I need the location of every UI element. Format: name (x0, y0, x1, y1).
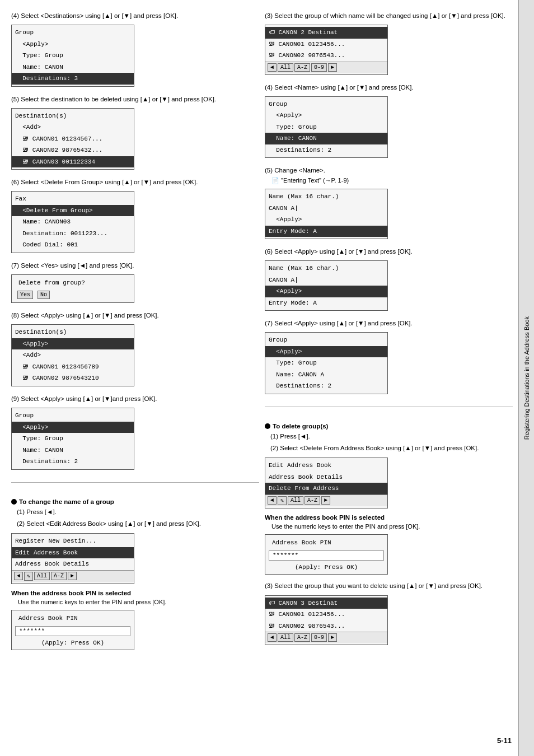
change-name-step1: (1) Press [◄]. (11, 507, 259, 517)
right-step-6: (6) Select <Apply> using [▲] or [▼] and … (265, 247, 513, 311)
right-step-5-note: 📄 "Entering Text" (→P. 1-9) (265, 177, 513, 184)
nav-az-btn[interactable]: A-Z (305, 496, 320, 505)
bullet-icon (265, 423, 270, 429)
lcd-row: CANON A| (265, 274, 387, 286)
lcd-nav: ◄ ✎ All A-Z ► (265, 494, 387, 506)
sidebar-label: Registering Destinations in the Address … (523, 316, 530, 440)
lcd-row: Group (265, 334, 387, 346)
lcd-row: Name (Max 16 char.) (265, 263, 387, 274)
lcd-row-highlighted: 🖳 CANON03 001122334 (12, 156, 134, 168)
nav-az-btn[interactable]: A-Z (294, 63, 310, 72)
lcd-row: Name (Max 16 char.) (265, 191, 387, 203)
pin-header-left: When the address book PIN is selected (11, 590, 259, 596)
nav-az-btn[interactable]: A-Z (51, 572, 67, 580)
lcd-row-highlighted: <Apply> (265, 286, 387, 297)
lcd-row: 🖳 CANON02 9876543... (265, 50, 387, 62)
right-step-6-label: (6) Select <Apply> using [▲] or [▼] and … (265, 247, 513, 256)
pin-footer-left: (Apply: Press OK) (15, 638, 130, 647)
left-column: (4) Select <Destinations> using [▲] or [… (11, 11, 259, 745)
right-step-5-lcd: Name (Max 16 char.) CANON A| <Apply> Ent… (265, 189, 388, 239)
right-step-4-lcd: Group <Apply> Type: Group Name: CANON De… (265, 96, 388, 158)
nav-all-btn[interactable]: All (278, 63, 293, 72)
bullet-icon (11, 499, 17, 505)
lcd-row: 🖳 CANON02 9876543210 (12, 372, 134, 384)
delete-group-lcd1: Edit Address Book Address Book Details D… (265, 458, 388, 508)
pin-password-right: ******* (269, 550, 384, 561)
lcd-row: Group (265, 99, 387, 110)
no-button[interactable]: No (38, 291, 50, 299)
lcd-row: Address Book Details (265, 472, 387, 483)
pin-note-right: Use the numeric keys to enter the PIN an… (265, 523, 513, 530)
lcd-row: <Add> (12, 122, 134, 133)
change-name-header: To change the name of a group (11, 498, 259, 505)
lcd-row: <Add> (12, 349, 134, 361)
lcd-row: Entry Mode: A (265, 297, 387, 309)
lcd-row-highlighted: 🏷︎ CANON 2 Destinat (265, 27, 387, 39)
right-step-3-label: (3) Select the group of which name will … (265, 11, 513, 20)
lcd-row-highlighted: Name: CANON (265, 133, 387, 144)
nav-right-btn[interactable]: ► (321, 496, 330, 505)
nav-edit-btn[interactable]: ✎ (24, 572, 33, 581)
left-step-6: (6) Select <Delete From Group> using [▲]… (11, 178, 259, 253)
right-step-7-lcd: Group <Apply> Type: Group Name: CANON A … (265, 332, 388, 394)
change-name-lcd1: Register New Destin... Edit Address Book… (11, 533, 134, 584)
step-5-lcd: Destination(s) <Add> 🖳 CANON01 01234567.… (11, 108, 134, 170)
sidebar-tab: Registering Destinations in the Address … (518, 0, 534, 756)
lcd-row: Type: Group (265, 357, 387, 369)
nav-all-btn[interactable]: All (288, 496, 303, 505)
nav-09-btn[interactable]: 0-9 (311, 63, 327, 72)
lcd-row: Destination(s) (12, 326, 134, 338)
lcd-row: Type: Group (12, 433, 134, 445)
nav-right-btn[interactable]: ► (328, 63, 337, 72)
lcd-row: Delete from group? (15, 277, 130, 289)
right-step-4: (4) Select <Name> using [▲] or [▼] and p… (265, 83, 513, 158)
lcd-row: Coded Dial: 001 (12, 239, 134, 251)
step-6-label: (6) Select <Delete From Group> using [▲]… (11, 178, 259, 186)
yes-button[interactable]: Yes (17, 291, 33, 299)
lcd-row: Name: CANON03 (12, 216, 134, 228)
divider-right (265, 407, 513, 407)
lcd-row: <Apply> (265, 110, 387, 122)
lcd-row: Destination: 0011223... (12, 228, 134, 240)
lcd-row: Group (12, 410, 134, 422)
right-step-7-label: (7) Select <Apply> using [▲] or [▼] and … (265, 319, 513, 328)
lcd-row: Address Book Details (12, 558, 134, 570)
lcd-row: Name: CANON (12, 62, 134, 73)
lcd-row-highlighted: <Delete From Group> (12, 205, 134, 217)
delete-group-header: To delete group(s) (265, 423, 513, 430)
page-container: (4) Select <Destinations> using [▲] or [… (0, 0, 534, 756)
lcd-row-highlighted: Destinations: 3 (12, 73, 134, 85)
nav-left-btn[interactable]: ◄ (268, 633, 277, 642)
nav-left-btn[interactable]: ◄ (268, 496, 277, 505)
change-name-step2: (2) Select <Edit Address Book> using [▲]… (11, 519, 259, 529)
nav-left-btn[interactable]: ◄ (14, 572, 23, 580)
pin-lcd-right: Address Book PIN ******* (Apply: Press O… (265, 534, 388, 575)
lcd-row: 🖳 CANON02 9876543... (265, 620, 387, 632)
pin-title-right: Address Book PIN (269, 537, 384, 549)
lcd-nav: ◄ All A-Z 0-9 ► (265, 62, 387, 73)
nav-left-btn[interactable]: ◄ (268, 63, 277, 72)
nav-09-btn[interactable]: 0-9 (311, 633, 327, 642)
nav-all-btn[interactable]: All (278, 633, 293, 642)
nav-right-btn[interactable]: ► (68, 572, 77, 580)
nav-az-btn[interactable]: A-Z (294, 633, 310, 642)
step-4-lcd: Group <Apply> Type: Group Name: CANON De… (11, 25, 134, 87)
nav-edit-btn[interactable]: ✎ (278, 496, 287, 505)
nav-all-btn[interactable]: All (34, 572, 50, 580)
lcd-row: Type: Group (12, 50, 134, 62)
lcd-row-highlighted: <Apply> (265, 346, 387, 358)
pin-footer-right: (Apply: Press OK) (269, 563, 384, 572)
lcd-row: 🖳 CANON01 0123456789 (12, 361, 134, 373)
lcd-nav: ◄ ✎ All A-Z ► (12, 570, 134, 582)
right-step-3-lcd: 🏷︎ CANON 2 Destinat 🖳 CANON01 0123456...… (265, 25, 388, 75)
lcd-row-highlighted: Delete From Address (265, 483, 387, 494)
left-step-7: (7) Select <Yes> using [◄] and press [OK… (11, 261, 259, 304)
step-7-lcd: Delete from group? Yes No (11, 274, 134, 304)
step-4-label: (4) Select <Destinations> using [▲] or [… (11, 11, 259, 20)
nav-right-btn[interactable]: ► (328, 633, 337, 642)
change-name-title: To change the name of a group (19, 498, 114, 505)
left-step-5: (5) Select the destination to be deleted… (11, 95, 259, 170)
lcd-row: 🖳 CANON01 01234567... (12, 133, 134, 145)
lcd-row-highlighted: 🏷︎ CANON 3 Destinat (265, 598, 387, 609)
delete-step3-lcd: 🏷︎ CANON 3 Destinat 🖳 CANON01 0123456...… (265, 595, 388, 646)
